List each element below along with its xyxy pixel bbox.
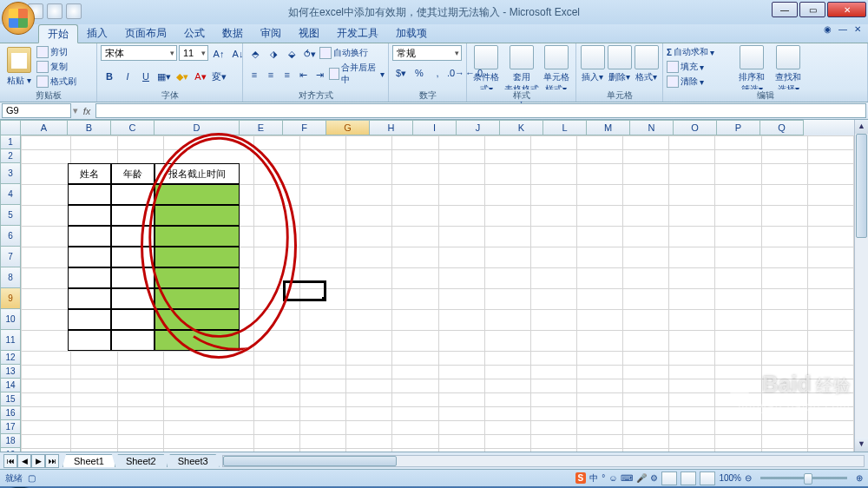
table-cell[interactable] xyxy=(68,226,111,247)
view-normal-button[interactable] xyxy=(661,472,677,485)
table-header-0[interactable]: 姓名 xyxy=(68,163,111,184)
cond-format-button[interactable]: 条件格式▾ xyxy=(470,45,503,96)
col-header-O[interactable]: O xyxy=(674,120,717,135)
paste-button[interactable]: 粘贴 ▾ xyxy=(3,45,35,87)
col-header-M[interactable]: M xyxy=(587,120,630,135)
row-header-3[interactable]: 3 xyxy=(0,163,21,184)
sheet-tab-1[interactable]: Sheet1 xyxy=(62,454,115,467)
sheet-nav-next[interactable]: ▶ xyxy=(31,454,45,468)
col-header-N[interactable]: N xyxy=(630,120,674,135)
view-layout-button[interactable] xyxy=(681,472,696,485)
ime-emoji-icon[interactable]: ☺ xyxy=(608,473,617,483)
table-header-1[interactable]: 年龄 xyxy=(111,163,155,184)
font-color-button[interactable]: A▾ xyxy=(192,68,209,85)
row-header-16[interactable]: 16 xyxy=(0,406,21,420)
table-cell[interactable] xyxy=(155,205,240,226)
table-cell[interactable] xyxy=(155,309,240,330)
table-header-2[interactable]: 报名截止时间 xyxy=(155,163,240,184)
horizontal-scrollbar[interactable] xyxy=(222,455,865,467)
tab-view[interactable]: 视图 xyxy=(290,24,328,43)
align-right-button[interactable]: ≡ xyxy=(279,66,295,83)
sheet-nav-prev[interactable]: ◀ xyxy=(17,454,31,468)
worksheet-grid[interactable]: ABCDEFGHIJKLMNOPQ 1234567891011121314151… xyxy=(0,120,868,452)
scroll-up-icon[interactable]: ▲ xyxy=(855,120,868,134)
grow-font-button[interactable]: A↑ xyxy=(210,45,227,63)
table-cell[interactable] xyxy=(111,226,155,247)
font-size-combo[interactable]: 11 xyxy=(179,45,208,61)
delete-cells-button[interactable]: 删除▾ xyxy=(607,45,632,83)
sheet-nav-last[interactable]: ⏭ xyxy=(45,454,59,468)
row-header-17[interactable]: 17 xyxy=(0,420,21,434)
tab-review[interactable]: 审阅 xyxy=(252,24,290,43)
ime-keyboard-icon[interactable]: ⌨ xyxy=(621,473,633,483)
row-header-8[interactable]: 8 xyxy=(0,267,21,288)
row-header-10[interactable]: 10 xyxy=(0,309,21,330)
col-header-L[interactable]: L xyxy=(543,120,587,135)
sheet-tab-2[interactable]: Sheet2 xyxy=(115,454,168,467)
row-header-19[interactable]: 19 xyxy=(0,448,21,452)
vertical-scrollbar[interactable]: ▲ ▼ xyxy=(854,120,868,452)
format-painter-button[interactable]: 格式刷 xyxy=(36,75,76,89)
tab-data[interactable]: 数据 xyxy=(214,24,252,43)
table-cell[interactable] xyxy=(155,184,240,205)
find-select-button[interactable]: 查找和 选择▾ xyxy=(771,45,806,96)
col-header-E[interactable]: E xyxy=(240,120,283,135)
tab-formulas[interactable]: 公式 xyxy=(175,24,214,43)
col-header-J[interactable]: J xyxy=(457,120,500,135)
col-header-D[interactable]: D xyxy=(155,120,240,135)
clear-button[interactable]: 清除 ▾ xyxy=(667,75,733,89)
col-header-G[interactable]: G xyxy=(326,120,370,135)
macro-rec-icon[interactable]: ▢ xyxy=(28,473,36,483)
copy-button[interactable]: 复制 xyxy=(36,60,76,74)
percent-button[interactable]: % xyxy=(411,64,428,82)
col-header-B[interactable]: B xyxy=(68,120,111,135)
office-button[interactable] xyxy=(2,2,35,35)
table-cell[interactable] xyxy=(68,330,111,351)
comma-button[interactable]: , xyxy=(429,64,446,82)
minimize-button[interactable]: — xyxy=(772,2,798,17)
qat-undo-icon[interactable] xyxy=(47,3,62,19)
merge-button[interactable]: 合并后居中 ▾ xyxy=(329,66,385,82)
table-cell[interactable] xyxy=(68,267,111,288)
format-cells-button[interactable]: 格式▾ xyxy=(634,45,659,83)
ime-punct-icon[interactable]: ° xyxy=(602,473,605,483)
fill-color-button[interactable]: ◆▾ xyxy=(174,68,191,85)
sheet-tab-3[interactable]: Sheet3 xyxy=(167,454,220,467)
view-pagebreak-button[interactable] xyxy=(700,472,715,485)
orientation-button[interactable]: ⥀▾ xyxy=(301,45,319,63)
table-cell[interactable] xyxy=(155,288,240,309)
cell-styles-button[interactable]: 单元格 样式▾ xyxy=(541,45,573,96)
border-button[interactable]: ▦▾ xyxy=(155,68,173,85)
col-header-Q[interactable]: Q xyxy=(760,120,804,135)
table-cell[interactable] xyxy=(111,267,155,288)
table-cell[interactable] xyxy=(68,205,111,226)
row-header-4[interactable]: 4 xyxy=(0,184,21,205)
row-header-2[interactable]: 2 xyxy=(0,149,21,163)
zoom-level[interactable]: 100% xyxy=(719,473,741,483)
row-header-5[interactable]: 5 xyxy=(0,205,21,226)
table-cell[interactable] xyxy=(155,267,240,288)
row-header-7[interactable]: 7 xyxy=(0,247,21,267)
insert-cells-button[interactable]: 插入▾ xyxy=(580,45,605,83)
italic-button[interactable]: I xyxy=(119,68,136,85)
sheet-nav-first[interactable]: ⏮ xyxy=(3,454,17,468)
select-all-corner[interactable] xyxy=(0,120,21,135)
row-header-9[interactable]: 9 xyxy=(0,288,21,309)
zoom-in-button[interactable]: ⊕ xyxy=(856,473,863,483)
align-left-button[interactable]: ≡ xyxy=(247,66,262,83)
table-cell[interactable] xyxy=(68,184,111,205)
fill-button[interactable]: 填充 ▾ xyxy=(667,60,733,74)
indent-dec-button[interactable]: ⇤ xyxy=(296,66,312,83)
col-header-F[interactable]: F xyxy=(283,120,326,135)
name-box[interactable]: G9 xyxy=(2,103,71,118)
help-icon[interactable]: ◉ xyxy=(824,24,832,43)
inc-decimal-button[interactable]: .0→ xyxy=(447,64,464,82)
align-middle-button[interactable]: ⬗ xyxy=(265,45,282,63)
qat-redo-icon[interactable] xyxy=(66,3,82,19)
col-header-K[interactable]: K xyxy=(500,120,543,135)
zoom-slider[interactable] xyxy=(760,477,847,479)
tab-developer[interactable]: 开发工具 xyxy=(328,24,387,43)
scroll-down-icon[interactable]: ▼ xyxy=(855,438,868,452)
autosum-button[interactable]: Σ 自动求和 ▾ xyxy=(667,45,733,59)
ime-icon[interactable]: S xyxy=(575,472,587,484)
